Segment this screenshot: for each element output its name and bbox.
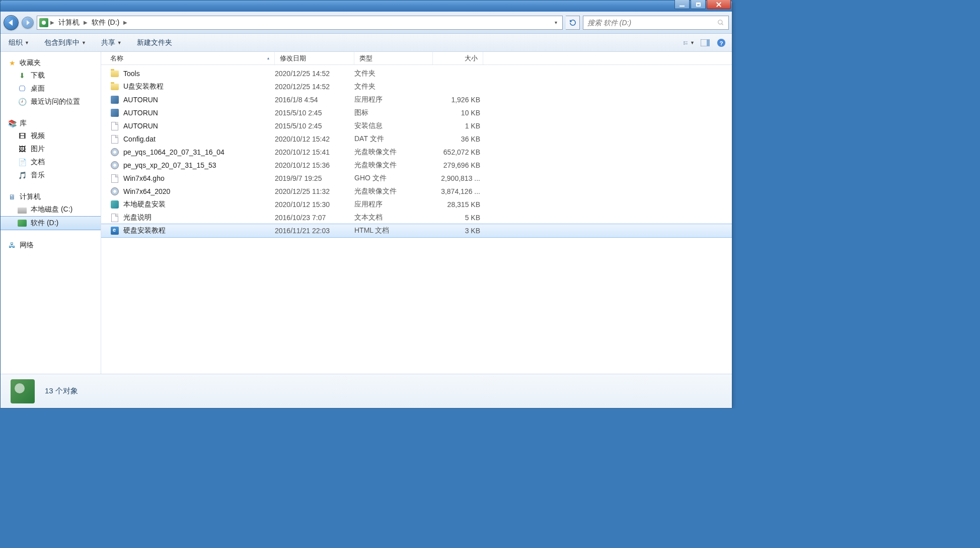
share-button[interactable]: 共享▼ <box>98 37 125 48</box>
file-row[interactable]: 光盘说明2016/10/23 7:07文本文档5 KB <box>101 211 732 224</box>
help-button[interactable]: ? <box>716 37 727 48</box>
organize-button[interactable]: 组织▼ <box>6 37 32 48</box>
file-date: 2020/10/12 15:42 <box>275 135 354 143</box>
file-row[interactable]: Tools2020/12/25 14:52文件夹 <box>101 67 732 80</box>
sidebar-item-documents[interactable]: 📄文档 <box>1 156 101 169</box>
recent-label: 最近访问的位置 <box>31 97 80 106</box>
file-row[interactable]: Config.dat2020/10/12 15:42DAT 文件36 KB <box>101 132 732 146</box>
video-label: 视频 <box>31 131 45 141</box>
file-date: 2020/12/25 11:32 <box>275 187 354 195</box>
computer-label: 计算机 <box>20 192 41 201</box>
file-type: 光盘映像文件 <box>354 161 433 170</box>
minimize-button[interactable] <box>674 0 690 9</box>
pictures-label: 图片 <box>31 145 45 154</box>
sidebar-item-recent[interactable]: 🕘最近访问的位置 <box>1 95 101 108</box>
computer-header[interactable]: 🖥计算机 <box>1 191 101 203</box>
address-bar[interactable]: ▶ 计算机 ▶ 软件 (D:) ▶ ▾ <box>37 16 563 30</box>
svg-rect-2 <box>684 41 685 42</box>
close-icon <box>716 2 722 8</box>
file-name-cell: AUTORUN <box>104 121 275 130</box>
file-row[interactable]: AUTORUN2015/5/10 2:45安装信息1 KB <box>101 119 732 132</box>
column-date[interactable]: 修改日期 <box>275 52 354 64</box>
column-size[interactable]: 大小 <box>433 52 483 64</box>
file-date: 2020/10/12 15:30 <box>275 200 354 209</box>
file-date: 2015/5/10 2:45 <box>275 122 354 130</box>
svg-rect-7 <box>685 44 688 44</box>
file-row[interactable]: pe_yqs_1064_20_07_31_16_042020/10/12 15:… <box>101 146 732 159</box>
refresh-button[interactable] <box>566 16 580 30</box>
search-box[interactable] <box>583 16 729 30</box>
file-name-cell: pe_yqs_1064_20_07_31_16_04 <box>104 148 275 157</box>
titlebar <box>1 1 732 12</box>
download-icon: ⬇ <box>18 71 27 80</box>
network-header[interactable]: 🖧网络 <box>1 239 101 251</box>
svg-rect-4 <box>684 42 685 43</box>
sidebar-item-local-c[interactable]: 本地磁盘 (C:) <box>1 203 101 216</box>
file-name-cell: Tools <box>104 69 275 78</box>
file-name: AUTORUN <box>123 122 158 130</box>
file-row[interactable]: 本地硬盘安装2020/10/12 15:30应用程序28,315 KB <box>101 198 732 211</box>
search-input[interactable] <box>587 19 717 27</box>
svg-text:?: ? <box>719 39 723 46</box>
file-name: pe_yqs_1064_20_07_31_16_04 <box>123 148 224 156</box>
address-dropdown-icon[interactable]: ▾ <box>552 20 560 25</box>
sidebar-item-pictures[interactable]: 🖼图片 <box>1 143 101 156</box>
view-button[interactable]: ▼ <box>684 37 695 48</box>
file-icon <box>110 174 119 183</box>
file-icon <box>110 134 119 144</box>
folder-icon <box>110 82 119 91</box>
file-row[interactable]: AUTORUN2016/1/8 4:54应用程序1,926 KB <box>101 93 732 106</box>
file-type: 光盘映像文件 <box>354 187 433 196</box>
file-name: 硬盘安装教程 <box>123 226 166 235</box>
file-size: 2,900,813 ... <box>433 174 480 182</box>
desktop-label: 桌面 <box>31 84 45 93</box>
file-name: 本地硬盘安装 <box>123 200 166 209</box>
chevron-down-icon: ▼ <box>25 40 29 45</box>
file-date: 2015/5/10 2:45 <box>275 109 354 117</box>
library-icon: 📚 <box>8 119 17 128</box>
file-size: 3,874,126 ... <box>433 187 480 195</box>
sidebar-item-desktop[interactable]: 🖵桌面 <box>1 82 101 95</box>
file-size: 652,072 KB <box>433 148 480 156</box>
explorer-window: ▶ 计算机 ▶ 软件 (D:) ▶ ▾ 组织▼ 包含到库中▼ 共享▼ 新建文件夹… <box>0 0 732 408</box>
maximize-button[interactable] <box>691 0 706 9</box>
breadcrumb-drive[interactable]: 软件 (D:) <box>90 17 121 28</box>
close-button[interactable] <box>707 0 731 9</box>
file-date: 2020/10/12 15:41 <box>275 148 354 156</box>
sidebar-item-music[interactable]: 🎵音乐 <box>1 169 101 182</box>
breadcrumb-computer[interactable]: 计算机 <box>56 17 82 28</box>
sidebar-item-software-d[interactable]: 软件 (D:) <box>1 216 101 230</box>
column-type[interactable]: 类型 <box>354 52 433 64</box>
file-name: AUTORUN <box>123 96 158 104</box>
drive-icon <box>18 219 27 228</box>
network-icon: 🖧 <box>8 241 17 250</box>
preview-pane-button[interactable] <box>700 37 711 48</box>
file-row[interactable]: 硬盘安装教程2016/11/21 22:03HTML 文档3 KB <box>101 224 732 237</box>
disc-image-icon <box>110 187 119 196</box>
maximize-icon <box>696 3 701 7</box>
file-row[interactable]: Win7x64_20202020/12/25 11:32光盘映像文件3,874,… <box>101 185 732 198</box>
include-library-button[interactable]: 包含到库中▼ <box>41 37 89 48</box>
library-group: 📚库 🎞视频 🖼图片 📄文档 🎵音乐 <box>1 117 101 182</box>
sidebar-item-video[interactable]: 🎞视频 <box>1 129 101 143</box>
file-row[interactable]: U盘安装教程2020/12/25 14:52文件夹 <box>101 80 732 93</box>
library-header[interactable]: 📚库 <box>1 117 101 129</box>
svg-line-1 <box>722 23 723 25</box>
file-row[interactable]: pe_yqs_xp_20_07_31_15_532020/10/12 15:36… <box>101 159 732 172</box>
file-name-cell: 硬盘安装教程 <box>104 226 275 235</box>
new-folder-button[interactable]: 新建文件夹 <box>134 37 175 48</box>
favorites-header[interactable]: ★收藏夹 <box>1 57 101 69</box>
forward-button[interactable] <box>22 17 34 29</box>
preview-icon <box>701 39 710 46</box>
file-list[interactable]: Tools2020/12/25 14:52文件夹U盘安装教程2020/12/25… <box>101 65 732 374</box>
file-size: 5 KB <box>433 214 480 222</box>
sidebar-item-downloads[interactable]: ⬇下载 <box>1 69 101 82</box>
back-button[interactable] <box>4 15 19 30</box>
column-name[interactable]: 名称▴ <box>101 52 275 64</box>
arrow-right-icon <box>27 20 30 25</box>
newfolder-label: 新建文件夹 <box>137 38 172 47</box>
downloads-label: 下载 <box>31 71 45 80</box>
file-row[interactable]: Win7x64.gho2019/9/7 19:25GHO 文件2,900,813… <box>101 172 732 185</box>
file-row[interactable]: AUTORUN2015/5/10 2:45图标10 KB <box>101 106 732 119</box>
refresh-icon <box>569 19 576 26</box>
